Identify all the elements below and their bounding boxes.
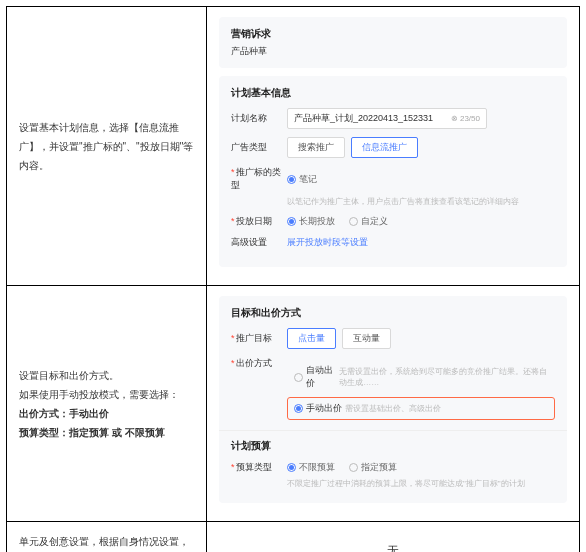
planname-suffix: ⊗ 23/50 <box>451 114 480 123</box>
planname-value: 产品种草_计划_20220413_152331 <box>294 112 433 125</box>
r2-l1: 设置目标和出价方式。 <box>19 366 194 385</box>
budget-fixed[interactable]: 指定预算 <box>349 461 397 474</box>
target-opt-note[interactable]: 笔记 <box>287 173 317 186</box>
doc-table: 设置基本计划信息，选择【信息流推广】，并设置"推广标的"、"投放日期"等内容。 … <box>6 6 580 552</box>
r2-l3b: 预算类型：指定预算 或 不限预算 <box>19 427 165 438</box>
planname-input[interactable]: 产品种草_计划_20220413_152331 ⊗ 23/50 <box>287 108 487 129</box>
radio-dot-icon <box>349 217 358 226</box>
divider <box>219 430 567 431</box>
radio-dot-icon <box>287 463 296 472</box>
row2-left: 设置目标和出价方式。 如果使用手动投放模式，需要选择： 出价方式：手动出价 预算… <box>7 286 207 522</box>
budget-title: 计划预算 <box>231 439 555 453</box>
marketing-sub: 产品种草 <box>231 45 555 58</box>
planinfo-card: 计划基本信息 计划名称 产品种草_计划_20220413_152331 ⊗ 23… <box>219 76 567 267</box>
bid-label: 出价方式 <box>231 357 287 370</box>
budget-unlimited[interactable]: 不限预算 <box>287 461 335 474</box>
r2-l3a: 出价方式：手动出价 <box>19 408 109 419</box>
planinfo-title: 计划基本信息 <box>231 86 555 100</box>
marketing-card: 营销诉求 产品种草 <box>219 17 567 68</box>
row3-right: 无 <box>207 522 580 552</box>
goal-click[interactable]: 点击量 <box>287 328 336 349</box>
adtype-label: 广告类型 <box>231 141 287 154</box>
r2-l2: 如果使用手动投放模式，需要选择： <box>19 385 194 404</box>
row2-right: 目标和出价方式 推广目标 点击量 互动量 出价方式 自动出价 无需设置出价，系统 <box>207 286 580 522</box>
dates-custom[interactable]: 自定义 <box>349 215 388 228</box>
planname-label: 计划名称 <box>231 112 287 125</box>
adtype-search[interactable]: 搜索推广 <box>287 137 345 158</box>
adv-label: 高级设置 <box>231 236 287 249</box>
adtype-feed[interactable]: 信息流推广 <box>351 137 418 158</box>
marketing-title: 营销诉求 <box>231 27 555 41</box>
budget-label: 预算类型 <box>231 461 287 474</box>
adv-link[interactable]: 展开投放时段等设置 <box>287 236 368 249</box>
radio-dot-icon <box>294 373 303 382</box>
goal-engage[interactable]: 互动量 <box>342 328 391 349</box>
target-label: 推广标的类型 <box>231 166 287 192</box>
goal-title: 目标和出价方式 <box>231 306 555 320</box>
goal-label: 推广目标 <box>231 332 287 345</box>
goal-card: 目标和出价方式 推广目标 点击量 互动量 出价方式 自动出价 无需设置出价，系统 <box>219 296 567 503</box>
radio-dot-icon <box>287 217 296 226</box>
row1-left: 设置基本计划信息，选择【信息流推广】，并设置"推广标的"、"投放日期"等内容。 <box>7 7 207 286</box>
row1-right: 营销诉求 产品种草 计划基本信息 计划名称 产品种草_计划_20220413_1… <box>207 7 580 286</box>
radio-dot-icon <box>349 463 358 472</box>
target-help: 以笔记作为推广主体，用户点击广告将直接查看该笔记的详细内容 <box>287 196 555 207</box>
bid-manual[interactable]: 手动出价 需设置基础出价、高级出价 <box>287 397 555 420</box>
dates-label: 投放日期 <box>231 215 287 228</box>
bid-auto[interactable]: 自动出价 无需设置出价，系统给到尽可能多的竞价推广结果。还将自动生成…… <box>287 359 555 395</box>
radio-dot-icon <box>294 404 303 413</box>
adtype-seg: 搜索推广 信息流推广 <box>287 137 418 158</box>
dates-long[interactable]: 长期投放 <box>287 215 335 228</box>
radio-dot-icon <box>287 175 296 184</box>
row1-left-text: 设置基本计划信息，选择【信息流推广】，并设置"推广标的"、"投放日期"等内容。 <box>19 122 193 171</box>
row3-left: 单元及创意设置，根据自身情况设置，没有限制要求。 <box>7 522 207 552</box>
budget-help: 不限定推广过程中消耗的预算上限，将尽可能达成"推广目标"的计划 <box>287 478 555 489</box>
